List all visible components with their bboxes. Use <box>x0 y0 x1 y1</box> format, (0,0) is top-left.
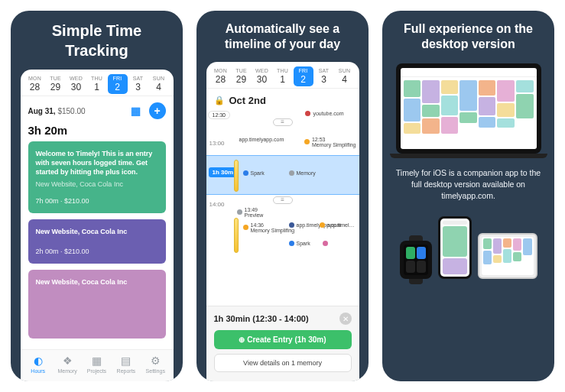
create-entry-button[interactable]: Create Entry (1h 30m) <box>214 330 352 349</box>
date-cell[interactable]: THU1 <box>87 74 107 94</box>
date-cell[interactable]: SAT3 <box>128 74 148 94</box>
entry-card[interactable]: New Website, Coca Cola Inc <box>28 270 166 339</box>
timeline-heading: 🔒 Oct 2nd <box>206 89 359 111</box>
tab-settings[interactable]: ⚙Settings <box>141 355 170 374</box>
timeline-date: Oct 2nd <box>229 95 266 106</box>
drag-handle-icon[interactable]: ≡ <box>273 118 293 126</box>
mini-phone-mock <box>438 216 472 279</box>
memory-item[interactable]: app.timel… <box>320 222 354 228</box>
device-group <box>400 216 537 279</box>
panel-description: Timely for iOS is a companion app to the… <box>391 167 545 202</box>
hour-label: 14:00 <box>209 201 225 208</box>
date-strip[interactable]: MON28TUE29WED30THU1FRI2SAT3SUN4 <box>206 62 359 89</box>
date-cell[interactable]: SAT3 <box>314 66 334 86</box>
phone-mock-2: MON28TUE29WED30THU1FRI2SAT3SUN4 🔒 Oct 2n… <box>206 62 359 381</box>
memory-item[interactable]: app.timelyapp.com <box>237 137 283 142</box>
entry-subtitle: New Website, Coca Cola Inc <box>36 180 158 189</box>
tablet-mock <box>478 233 537 279</box>
summary-amount: $150.00 <box>57 107 85 115</box>
panel-title: Automatically see a timeline of your day <box>214 11 351 59</box>
promo-panel-1: Simple Time Tracking MON28TUE29WED30THU1… <box>11 11 183 381</box>
entry-card[interactable]: Welcome to Timely! This is an entry with… <box>28 141 166 213</box>
memory-item[interactable]: 13:49Preview <box>237 207 264 218</box>
selection-duration-badge: 1h 30m <box>209 167 238 177</box>
date-cell[interactable]: SUN4 <box>149 74 169 94</box>
watch-mock <box>400 241 432 279</box>
phone-mock-1: MON28TUE29WED30THU1FRI2SAT3SUN4 Aug 31, … <box>21 70 174 381</box>
entry-cards: Welcome to Timely! This is an entry with… <box>21 141 174 339</box>
day-summary-row: Aug 31, $150.00 ▦ + <box>21 96 174 124</box>
memory-item[interactable]: Memory <box>289 170 316 176</box>
activity-bar[interactable] <box>234 160 239 192</box>
date-cell[interactable]: SUN4 <box>335 66 355 86</box>
memory-item[interactable] <box>323 241 328 246</box>
calendar-icon[interactable]: ▦ <box>128 102 144 119</box>
tab-bar: ◐Hours❖Memory▦Projects▤Reports⚙Settings <box>21 349 174 381</box>
date-cell[interactable]: MON28 <box>211 66 231 86</box>
date-cell[interactable]: TUE29 <box>232 66 252 86</box>
time-chip[interactable]: 12:30 <box>208 111 231 119</box>
date-cell[interactable]: FRI2 <box>108 74 128 94</box>
date-cell[interactable]: THU1 <box>273 66 293 86</box>
tab-hours[interactable]: ◐Hours <box>24 355 53 374</box>
drag-handle-icon[interactable]: ≡ <box>273 196 293 204</box>
promo-panel-2: Automatically see a timeline of your day… <box>196 11 369 381</box>
summary-total: 3h 20m <box>21 124 174 141</box>
panel-title: Full experience on the desktop version <box>393 11 544 59</box>
date-cell[interactable]: TUE29 <box>46 74 66 94</box>
lock-icon: 🔒 <box>214 96 225 105</box>
promo-panel-3: Full experience on the desktop version T… <box>382 11 554 381</box>
activity-bar[interactable] <box>234 218 239 253</box>
tab-projects[interactable]: ▦Projects <box>82 355 111 374</box>
laptop-mock <box>396 63 541 154</box>
date-cell[interactable]: FRI2 <box>294 66 313 86</box>
date-strip[interactable]: MON28TUE29WED30THU1FRI2SAT3SUN4 <box>21 70 174 96</box>
entry-meta: 2h 00m · $210.00 <box>36 247 158 256</box>
timeline[interactable]: ≡ 12:30 13:00 14:00 youtube.com app.time… <box>206 111 359 306</box>
panel-title: Simple Time Tracking <box>41 11 152 66</box>
view-details-button[interactable]: View details on 1 memory <box>214 354 352 372</box>
memory-item[interactable]: Spark <box>243 170 265 176</box>
entry-title: New Website, Coca Cola Inc <box>36 277 158 287</box>
entry-title: Welcome to Timely! This is an entry with… <box>36 149 158 177</box>
entry-meta: 7h 00m · $210.00 <box>36 196 158 206</box>
memory-item[interactable]: 12:53Memory Simplifing <box>304 137 356 147</box>
entry-title: New Website, Coca Cola Inc <box>36 227 158 236</box>
summary-date: Aug 31, <box>28 107 56 115</box>
selection-summary: 1h 30min (12:30 - 14:00) <box>214 314 309 323</box>
memory-item[interactable]: youtube.com <box>305 111 343 116</box>
memory-item[interactable]: 14:36Memory Simplifing <box>243 222 295 233</box>
date-cell[interactable]: WED30 <box>252 66 272 86</box>
hour-label: 13:00 <box>209 140 225 147</box>
timeline-footer: 1h 30min (12:30 - 14:00) ✕ Create Entry … <box>206 306 359 381</box>
close-icon[interactable]: ✕ <box>339 313 352 325</box>
date-cell[interactable]: MON28 <box>25 74 45 94</box>
add-entry-button[interactable]: + <box>149 102 166 119</box>
tab-memory[interactable]: ❖Memory <box>53 355 82 374</box>
date-cell[interactable]: WED30 <box>67 74 86 94</box>
tab-reports[interactable]: ▤Reports <box>112 355 141 374</box>
memory-item[interactable]: Spark <box>289 241 310 246</box>
entry-card[interactable]: New Website, Coca Cola Inc 2h 00m · $210… <box>28 219 166 264</box>
